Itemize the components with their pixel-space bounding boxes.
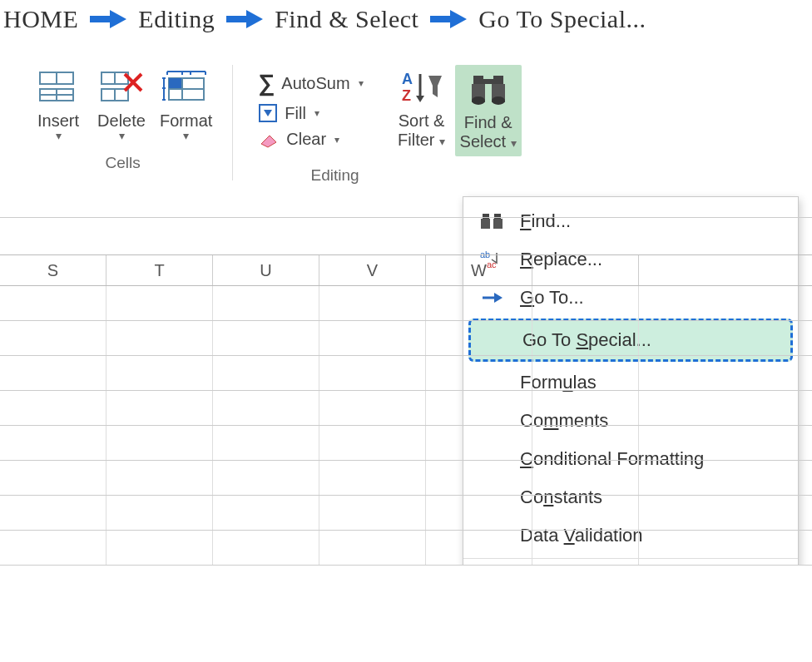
breadcrumb-gotospecial: Go To Special...: [478, 5, 646, 33]
sort-filter-icon: A Z: [399, 67, 445, 108]
svg-rect-13: [169, 78, 182, 89]
sort-filter-button[interactable]: A Z Sort & Filter ▾: [392, 65, 452, 151]
insert-label: Insert: [37, 111, 79, 131]
dropdown-icon: ▾: [439, 135, 445, 148]
arrow-right-icon: [430, 8, 467, 30]
svg-text:A: A: [402, 71, 413, 87]
insert-cells-icon: [38, 67, 78, 108]
spreadsheet-grid[interactable]: S T U V W: [0, 196, 812, 566]
findselect-label-1: Find &: [464, 113, 512, 132]
autosum-label: AutoSum: [281, 74, 349, 93]
svg-rect-24: [483, 79, 493, 84]
dropdown-icon: ▾: [334, 134, 339, 146]
fill-button[interactable]: Fill ▾: [255, 101, 366, 125]
fill-down-icon: [258, 103, 278, 123]
delete-label: Delete: [97, 111, 146, 131]
dropdown-icon: ▾: [511, 136, 517, 150]
format-button[interactable]: Format ▾: [155, 65, 217, 144]
col-header-W[interactable]: W: [426, 255, 532, 285]
clear-label: Clear: [286, 130, 326, 149]
col-header-V[interactable]: V: [319, 255, 426, 285]
insert-button[interactable]: Insert ▾: [28, 65, 88, 144]
breadcrumb: HOME Editing Find & Select Go To Special…: [0, 0, 812, 48]
dropdown-icon: ▾: [119, 129, 125, 142]
svg-marker-2: [430, 10, 467, 28]
findselect-label-2: Select: [460, 132, 507, 151]
svg-rect-23: [493, 76, 503, 84]
delete-button[interactable]: Delete ▾: [92, 65, 151, 144]
sortfilter-label-1: Sort &: [399, 111, 445, 131]
dropdown-icon: ▾: [56, 129, 62, 142]
clear-button[interactable]: Clear ▾: [255, 128, 366, 151]
sortfilter-label-2: Filter: [398, 131, 434, 149]
find-select-button[interactable]: Find & Select ▾: [455, 65, 522, 156]
breadcrumb-findselect: Find & Select: [275, 5, 418, 33]
group-label-cells: Cells: [106, 154, 141, 172]
format-cells-icon: [162, 67, 210, 108]
svg-point-28: [492, 96, 505, 105]
col-header-T[interactable]: T: [106, 255, 213, 285]
arrow-right-icon: [226, 8, 263, 30]
col-header-U[interactable]: U: [213, 255, 319, 285]
autosum-button[interactable]: ∑ AutoSum ▾: [255, 68, 366, 98]
breadcrumb-home: HOME: [3, 5, 78, 33]
ribbon: Insert ▾ Delete ▾: [0, 48, 812, 193]
format-label: Format: [160, 111, 212, 131]
col-header-blank[interactable]: [532, 255, 639, 285]
delete-cells-icon: [100, 67, 143, 108]
eraser-icon: [258, 131, 280, 149]
ribbon-group-cells: Insert ▾ Delete ▾: [13, 65, 233, 180]
grid-rows[interactable]: [0, 286, 812, 566]
svg-marker-21: [416, 96, 424, 102]
dropdown-icon: ▾: [183, 129, 189, 142]
svg-marker-0: [90, 10, 126, 28]
column-headers: S T U V W: [0, 254, 812, 286]
breadcrumb-editing: Editing: [138, 5, 215, 33]
arrow-right-icon: [90, 8, 126, 30]
svg-rect-22: [473, 76, 483, 84]
col-header-S[interactable]: S: [0, 255, 106, 285]
svg-marker-1: [226, 10, 263, 28]
sigma-icon: ∑: [258, 70, 275, 96]
svg-marker-17: [264, 110, 272, 116]
dropdown-icon: ▾: [314, 107, 319, 119]
dropdown-icon: ▾: [359, 77, 364, 89]
svg-point-27: [472, 96, 485, 105]
ribbon-group-editing: ∑ AutoSum ▾ Fill ▾ Clear ▾: [233, 65, 536, 193]
fill-label: Fill: [285, 104, 306, 123]
binoculars-icon: [468, 68, 508, 110]
svg-text:Z: Z: [402, 87, 411, 104]
group-label-editing: Editing: [310, 166, 359, 185]
